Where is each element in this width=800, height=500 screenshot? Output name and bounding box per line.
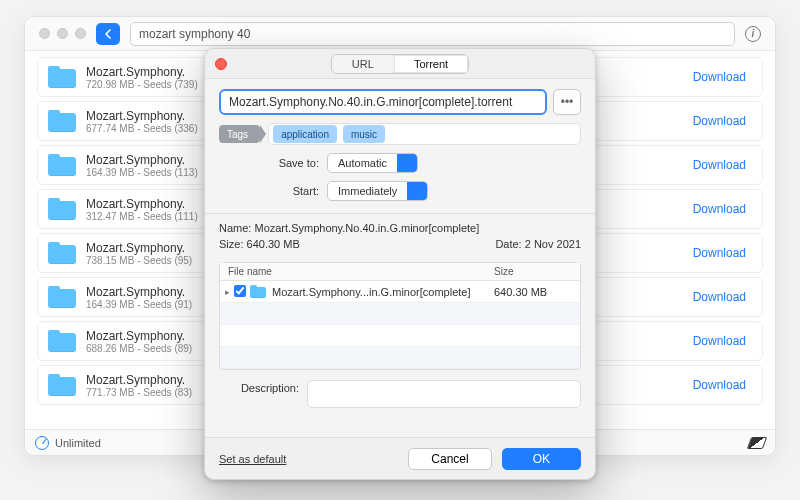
- tag-music[interactable]: music: [343, 125, 385, 143]
- zoom-window-icon[interactable]: [75, 28, 86, 39]
- tab-url[interactable]: URL: [332, 55, 394, 73]
- download-link[interactable]: Download: [687, 68, 752, 86]
- start-value: Immediately: [328, 185, 407, 197]
- chevron-left-icon: [103, 29, 113, 39]
- date-label: Date:: [495, 238, 521, 250]
- tag-application[interactable]: application: [273, 125, 337, 143]
- start-label: Start:: [219, 185, 327, 197]
- file-list-table: File name Size ▸ Mozart.Symphony...in.G.…: [219, 262, 581, 370]
- disclosure-triangle-icon[interactable]: ▸: [220, 287, 234, 297]
- column-size[interactable]: Size: [494, 266, 580, 277]
- set-as-default-link[interactable]: Set as default: [219, 453, 286, 465]
- torrent-path-value: Mozart.Symphony.No.40.in.G.minor[complet…: [229, 95, 512, 109]
- titlebar: mozart symphony 40 i: [25, 17, 775, 51]
- close-icon[interactable]: [215, 58, 227, 70]
- column-file-name[interactable]: File name: [220, 266, 494, 277]
- file-checkbox[interactable]: [234, 285, 246, 297]
- sheet-footer: Set as default Cancel OK: [205, 437, 595, 479]
- download-link[interactable]: Download: [687, 112, 752, 130]
- name-label: Name:: [219, 222, 251, 234]
- file-size: 640.30 MB: [494, 286, 580, 298]
- info-icon[interactable]: i: [745, 26, 761, 42]
- add-task-sheet: URL Torrent Mozart.Symphony.No.40.in.G.m…: [204, 48, 596, 480]
- table-row: [220, 325, 580, 347]
- download-link[interactable]: Download: [687, 156, 752, 174]
- download-link[interactable]: Download: [687, 200, 752, 218]
- folder-icon: [48, 286, 76, 308]
- chevron-updown-icon: [407, 182, 427, 200]
- chevron-updown-icon: [397, 154, 417, 172]
- download-link[interactable]: Download: [687, 288, 752, 306]
- save-to-label: Save to:: [219, 157, 327, 169]
- tags-label-chip: Tags: [219, 125, 260, 143]
- name-value: Mozart.Symphony.No.40.in.G.minor[complet…: [254, 222, 479, 234]
- traffic-lights: [33, 28, 86, 39]
- folder-icon: [250, 285, 266, 298]
- tab-torrent[interactable]: Torrent: [394, 55, 468, 73]
- browse-button[interactable]: •••: [553, 89, 581, 115]
- download-link[interactable]: Download: [687, 332, 752, 350]
- start-select[interactable]: Immediately: [327, 181, 428, 201]
- folder-icon: [48, 198, 76, 220]
- sheet-titlebar: URL Torrent: [205, 49, 595, 79]
- torrent-metadata: Name: Mozart.Symphony.No.40.in.G.minor[c…: [219, 222, 581, 254]
- speed-gauge-icon[interactable]: [35, 436, 49, 450]
- ok-button[interactable]: OK: [502, 448, 581, 470]
- size-label: Size:: [219, 238, 243, 250]
- table-row: [220, 303, 580, 325]
- download-link[interactable]: Download: [687, 376, 752, 394]
- source-tabs: URL Torrent: [331, 54, 469, 74]
- file-row[interactable]: ▸ Mozart.Symphony...in.G.minor[complete]…: [220, 281, 580, 303]
- tags-field[interactable]: application music: [268, 123, 581, 145]
- folder-icon: [48, 154, 76, 176]
- folder-icon: [48, 374, 76, 396]
- clear-icon[interactable]: [747, 437, 767, 449]
- torrent-path-input[interactable]: Mozart.Symphony.No.40.in.G.minor[complet…: [219, 89, 547, 115]
- minimize-window-icon[interactable]: [57, 28, 68, 39]
- ellipsis-icon: •••: [561, 95, 574, 109]
- folder-icon: [48, 110, 76, 132]
- date-value: 2 Nov 2021: [525, 238, 581, 250]
- folder-icon: [48, 330, 76, 352]
- save-to-value: Automatic: [328, 157, 397, 169]
- size-value: 640.30 MB: [247, 238, 300, 250]
- search-input[interactable]: mozart symphony 40: [130, 22, 735, 46]
- download-link[interactable]: Download: [687, 244, 752, 262]
- folder-icon: [48, 242, 76, 264]
- save-to-select[interactable]: Automatic: [327, 153, 418, 173]
- folder-icon: [48, 66, 76, 88]
- table-row: [220, 347, 580, 369]
- back-button[interactable]: [96, 23, 120, 45]
- cancel-button[interactable]: Cancel: [408, 448, 491, 470]
- close-window-icon[interactable]: [39, 28, 50, 39]
- description-label: Description:: [219, 380, 307, 408]
- speed-label: Unlimited: [55, 437, 101, 449]
- description-input[interactable]: [307, 380, 581, 408]
- search-query-text: mozart symphony 40: [139, 27, 250, 41]
- file-name: Mozart.Symphony...in.G.minor[complete]: [266, 286, 494, 298]
